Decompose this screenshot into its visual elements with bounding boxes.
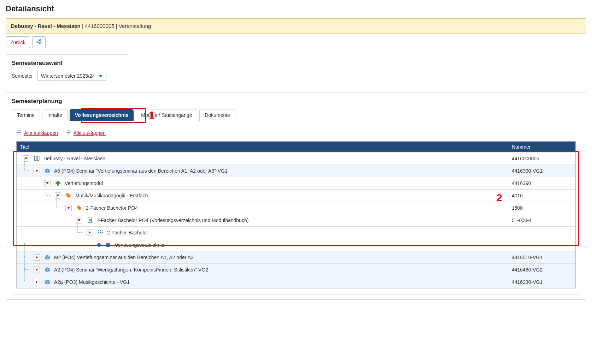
doc-icon xyxy=(87,217,93,223)
expand-all-link[interactable]: Alle aufklappen xyxy=(16,130,58,136)
svg-rect-19 xyxy=(102,230,103,231)
tag-icon xyxy=(65,192,72,199)
course-id: 4416000005 xyxy=(85,23,114,29)
svg-point-0 xyxy=(40,39,41,41)
share-icon xyxy=(36,39,42,46)
tree-table: Titel Nummer Debussy - Ravel - Messiaen4… xyxy=(16,141,576,288)
node-label[interactable]: 2-Fächer Bachelor PO4 (Vorlesungsverzeic… xyxy=(96,217,248,223)
share-button[interactable] xyxy=(32,36,46,48)
svg-rect-20 xyxy=(98,232,99,233)
svg-rect-22 xyxy=(102,232,103,233)
node-label[interactable]: 2-Fächer Bachelor PO4 xyxy=(85,205,138,211)
svg-rect-17 xyxy=(98,230,99,231)
node-label[interactable]: A2a (PO3) Musikgeschichte - VG1 xyxy=(53,279,130,285)
annotation-1: 1 xyxy=(149,109,155,121)
svg-line-4 xyxy=(38,42,40,43)
pkg-icon xyxy=(44,279,51,285)
tab-vorlesungsverzeichnis[interactable]: Vorlesungsverzeichnis xyxy=(70,109,134,121)
tab-module-studieng-nge[interactable]: Module / Studiengänge xyxy=(136,109,197,121)
tree-row: Musik/Musikpädagogik - Erstfach4010 xyxy=(17,189,575,202)
course-type: Veranstaltung xyxy=(119,23,151,29)
back-button[interactable]: Zurück xyxy=(6,36,30,48)
tree-row: M2 (PO4) Vertiefungseminar aus den Berei… xyxy=(17,251,575,263)
node-number xyxy=(508,243,575,247)
svg-rect-18 xyxy=(100,230,101,231)
page-title: Detailansicht xyxy=(6,4,586,13)
node-label[interactable]: A2 (PO4) Seminar "Werkgattungen, Komponi… xyxy=(53,267,208,273)
info-bar: Debussy - Ravel - Messiaen | 4416000005 … xyxy=(6,18,586,34)
puzzle-icon xyxy=(55,180,61,186)
node-number: 4416230-VG1 xyxy=(508,278,575,287)
svg-point-2 xyxy=(40,43,41,44)
expand-toggle[interactable] xyxy=(34,267,40,273)
col-title-header: Titel xyxy=(17,142,508,152)
node-number: 01-000-4 xyxy=(508,216,575,225)
tree-row: A2a (PO3) Musikgeschichte - VG14416230-V… xyxy=(17,276,575,288)
collapse-all-link[interactable]: Alle zuklappen xyxy=(66,130,106,136)
course-name: Debussy - Ravel - Messiaen xyxy=(11,23,81,29)
tree-row: 2-Fächer-Bachelor xyxy=(17,226,575,239)
tree-row: Vertiefungsmodul4416390 xyxy=(17,177,575,189)
svg-point-1 xyxy=(37,41,38,42)
tree-row: A2 (PO4) Seminar "Werkgattungen, Komponi… xyxy=(17,263,575,276)
svg-point-13 xyxy=(77,206,78,207)
tab-dokumente[interactable]: Dokumente xyxy=(199,109,235,121)
node-number: 4010 xyxy=(508,191,575,200)
tab-inhalte[interactable]: Inhalte xyxy=(42,109,68,121)
node-label[interactable]: 2-Fächer-Bachelor xyxy=(106,230,148,235)
tree-row: Debussy - Ravel - Messiaen4416000005 xyxy=(17,152,575,165)
annotation-2: 2 xyxy=(496,192,502,204)
leaf-bullet-icon xyxy=(97,243,101,247)
semester-label: Semester xyxy=(12,73,33,79)
book2-icon xyxy=(105,242,111,248)
tree-row: 2-Fächer Bachelor PO4 (Vorlesungsverzeic… xyxy=(17,214,575,226)
node-label[interactable]: Vorlesungsverzeichnis xyxy=(114,242,164,248)
node-number: 1500 xyxy=(508,203,575,213)
node-label[interactable]: A5 (PO4) Seminar "Vertiefungseminar aus … xyxy=(53,168,228,174)
node-label[interactable]: M2 (PO4) Vertiefungseminar aus den Berei… xyxy=(53,255,194,260)
semester-panel-title: Semesterauswahl xyxy=(12,60,123,67)
node-number: 4416390-VG1 xyxy=(508,166,575,175)
svg-line-3 xyxy=(38,40,40,41)
pkg-icon xyxy=(44,267,51,273)
svg-rect-21 xyxy=(100,232,101,233)
planning-title: Semesterplanung xyxy=(12,98,580,105)
node-number: 4416480-VG2 xyxy=(508,265,575,274)
node-number: 4416390 xyxy=(508,179,575,188)
grid-icon xyxy=(97,229,104,236)
semester-select[interactable]: Wintersemester 2023/24 xyxy=(37,71,107,81)
pkg-icon xyxy=(44,254,51,261)
col-number-header: Nummer xyxy=(508,142,575,152)
book-icon xyxy=(34,155,40,162)
expand-toggle[interactable] xyxy=(34,254,40,261)
tree-row: A5 (PO4) Seminar "Vertiefungseminar aus … xyxy=(17,165,575,177)
tag-icon xyxy=(76,205,82,211)
node-label[interactable]: Vertiefungsmodul xyxy=(64,180,103,186)
expand-toggle[interactable] xyxy=(34,279,40,285)
tree-row: 2-Fächer Bachelor PO41500 xyxy=(17,202,575,214)
pkg-icon xyxy=(44,168,51,174)
tree-row: Vorlesungsverzeichnis xyxy=(17,239,575,251)
node-label[interactable]: Debussy - Ravel - Messiaen xyxy=(43,156,105,161)
collapse-all-icon xyxy=(66,130,71,136)
node-label[interactable]: Musik/Musikpädagogik - Erstfach xyxy=(75,193,148,198)
node-number xyxy=(508,231,575,234)
node-number: 4416000005 xyxy=(508,154,575,163)
tab-termine[interactable]: Termine xyxy=(12,109,40,121)
expand-all-icon xyxy=(16,130,22,136)
node-number: 4416510-VG1 xyxy=(508,253,575,262)
svg-point-12 xyxy=(67,194,68,195)
tabs: TermineInhalteVorlesungsverzeichnisModul… xyxy=(12,109,580,121)
